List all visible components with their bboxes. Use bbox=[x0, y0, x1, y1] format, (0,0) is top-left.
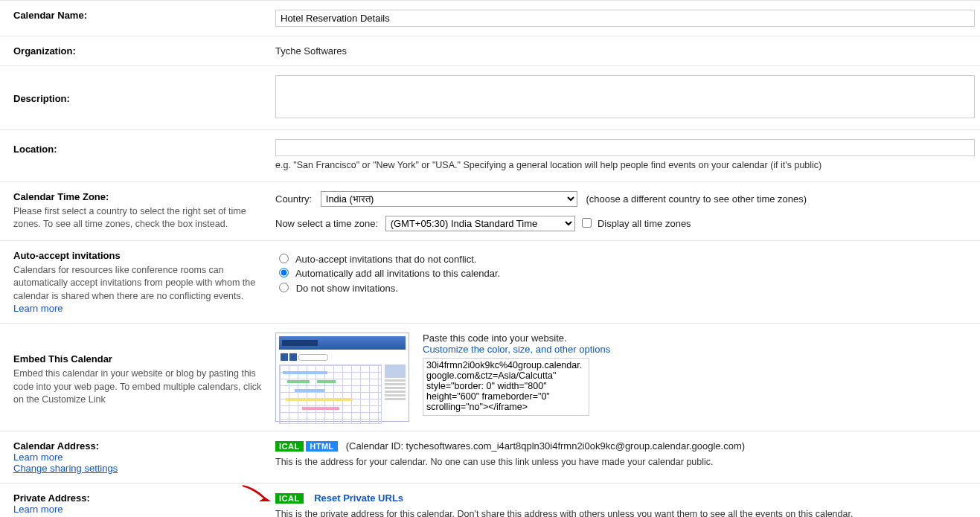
auto-accept-option-1[interactable] bbox=[279, 268, 289, 277]
tz-select[interactable]: (GMT+05:30) India Standard Time bbox=[385, 216, 575, 231]
calendar-address-desc: This is the address for your calendar. N… bbox=[275, 456, 974, 469]
auto-accept-label: Auto-accept invitations bbox=[13, 250, 121, 261]
country-hint: (choose a different country to see other… bbox=[586, 193, 807, 205]
display-all-tz-checkbox[interactable] bbox=[582, 218, 592, 228]
private-address-learn-more[interactable]: Learn more bbox=[13, 504, 63, 515]
auto-accept-option-0[interactable] bbox=[279, 254, 289, 263]
display-all-tz-label: Display all time zones bbox=[598, 218, 691, 229]
calendar-id: (Calendar ID: tychesoftwares.com_i4art8q… bbox=[346, 440, 745, 452]
country-label: Country: bbox=[275, 193, 312, 205]
embed-paste-text: Paste this code into your website. bbox=[423, 333, 610, 344]
auto-accept-option-2-label: Do not show invitations. bbox=[296, 282, 398, 293]
organization-label: Organization: bbox=[13, 45, 76, 57]
reset-private-urls-link[interactable]: Reset Private URLs bbox=[314, 492, 403, 504]
private-address-label: Private Address: bbox=[13, 492, 90, 504]
embed-help: Embed this calendar in your website or b… bbox=[13, 367, 262, 407]
description-label: Description: bbox=[13, 93, 70, 104]
location-hint: e.g. "San Francisco" or "New York" or "U… bbox=[275, 159, 975, 173]
calendar-name-input[interactable] bbox=[275, 10, 975, 27]
embed-customize-link[interactable]: Customize the color, size, and other opt… bbox=[423, 344, 610, 355]
private-ical-badge[interactable]: ICAL bbox=[275, 493, 304, 504]
auto-accept-option-2[interactable] bbox=[279, 283, 289, 292]
private-address-desc: This is the private address for this cal… bbox=[275, 508, 974, 517]
auto-accept-option-0-label: Auto-accept invitations that do not conf… bbox=[295, 253, 477, 264]
country-select[interactable]: India (भारत) bbox=[321, 191, 577, 207]
auto-accept-help: Calendars for resources like conference … bbox=[13, 264, 262, 304]
calendar-name-label: Calendar Name: bbox=[13, 10, 87, 21]
embed-label: Embed This Calendar bbox=[13, 353, 112, 365]
timezone-help: Please first select a country to select … bbox=[13, 205, 262, 231]
embed-thumbnail bbox=[275, 333, 409, 422]
description-input[interactable] bbox=[275, 75, 975, 118]
embed-code-textarea[interactable] bbox=[423, 358, 589, 416]
tz-label: Now select a time zone: bbox=[275, 218, 378, 229]
location-label: Location: bbox=[13, 144, 57, 155]
change-sharing-link[interactable]: Change sharing settings bbox=[13, 463, 118, 474]
calendar-address-label: Calendar Address: bbox=[13, 440, 99, 452]
auto-accept-learn-more-link[interactable]: Learn more bbox=[13, 303, 63, 314]
location-input[interactable] bbox=[275, 139, 975, 156]
ical-badge[interactable]: ICAL bbox=[275, 441, 304, 452]
auto-accept-option-1-label: Automatically add all invitations to thi… bbox=[295, 268, 500, 279]
organization-value: Tyche Softwares bbox=[275, 45, 347, 57]
timezone-label: Calendar Time Zone: bbox=[13, 191, 109, 202]
calendar-address-learn-more[interactable]: Learn more bbox=[13, 452, 63, 463]
html-badge[interactable]: HTML bbox=[306, 441, 338, 452]
